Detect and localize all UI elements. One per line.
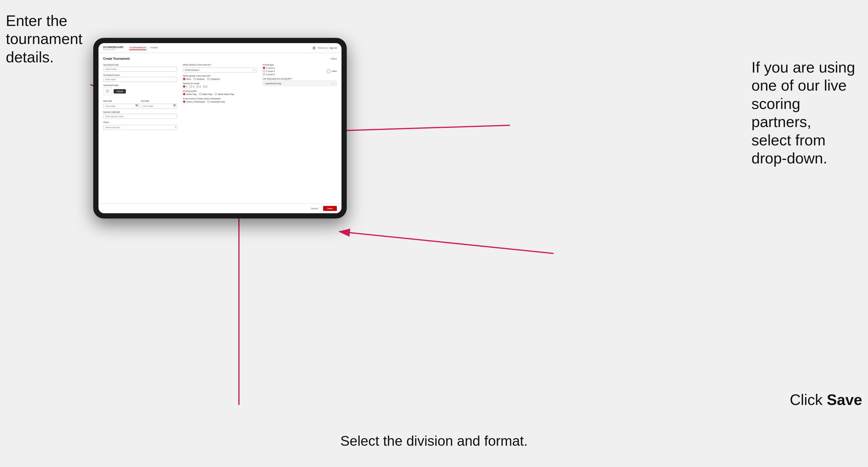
sponsor-group: Sponsor (optional)	[103, 111, 177, 119]
sponsor-input[interactable]	[103, 114, 177, 119]
team-radio-group: Teams (+Individuals) Individuals Only	[183, 100, 257, 103]
rounds-1-radio[interactable]	[183, 85, 185, 88]
venue-input[interactable]	[103, 125, 177, 130]
date-group: Start date 📅 End date 📅	[103, 98, 177, 109]
team-individuals[interactable]: Individuals Only	[207, 100, 225, 103]
format-type-label: Format type	[263, 64, 337, 66]
gender-group: Which gender is the event for? Mens Wome…	[183, 75, 257, 80]
logo-text: SCOREBOARD	[103, 46, 124, 49]
api-value: Leaderboard King	[265, 83, 281, 85]
team-teams[interactable]: Teams (+Individuals)	[183, 100, 205, 103]
annotation-top-right: If you are using one of our live scoring…	[751, 58, 862, 167]
sponsor-label: Sponsor (optional)	[103, 111, 177, 113]
gender-mens[interactable]: Mens	[183, 78, 191, 80]
tournament-name-label: Tournament name	[103, 74, 177, 76]
division-group: Which division is the event for? NCAA Di…	[183, 64, 257, 72]
tournament-logo-label: Tournament logo	[103, 84, 177, 86]
scoring-group: Scoring system Stroke Play Match Play	[183, 90, 257, 95]
tournament-name-input[interactable]	[103, 77, 177, 82]
team-individuals-radio[interactable]	[207, 100, 210, 103]
start-date-label: Start date	[103, 100, 112, 102]
back-link[interactable]: Back	[330, 57, 337, 60]
scoring-stroke[interactable]: Stroke Play	[183, 93, 197, 95]
nav-links: TOURNAMENTS TEAMS	[129, 46, 312, 50]
nav-right: 👤 Test User | Sign out	[312, 46, 337, 50]
end-date-wrap: 📅	[141, 103, 177, 109]
tournament-name-group: Tournament name	[103, 74, 177, 82]
tournament-host-input[interactable]	[103, 67, 177, 72]
gender-combined[interactable]: Combined	[207, 78, 220, 80]
navbar: SCOREBOARD Powered by Clippd TOURNAMENTS…	[98, 43, 341, 53]
rounds-3-radio[interactable]	[196, 85, 199, 88]
rounds-4-radio[interactable]	[203, 85, 206, 88]
nav-tournaments[interactable]: TOURNAMENTS	[129, 46, 146, 50]
rounds-group: Number of rounds 1 2	[183, 83, 257, 88]
logo-area: SCOREBOARD Powered by Clippd	[103, 46, 124, 51]
rounds-2[interactable]: 2	[190, 85, 194, 88]
tablet-frame: SCOREBOARD Powered by Clippd TOURNAMENTS…	[93, 38, 347, 218]
upload-button[interactable]: Upload	[114, 89, 126, 94]
venue-group: Venue ▾	[103, 121, 177, 130]
scoring-label: Scoring system	[183, 90, 257, 92]
nav-teams[interactable]: TEAMS	[150, 46, 158, 50]
tournament-host-label: Tournament Host	[103, 64, 177, 66]
logo-upload-area: 🖼 Upload	[103, 87, 177, 95]
api-remove-button[interactable]: × ‹	[332, 82, 335, 85]
end-date-input[interactable]	[141, 104, 177, 109]
scoring-stroke-radio[interactable]	[183, 93, 185, 95]
svg-line-4	[339, 231, 554, 253]
gender-womens[interactable]: Womens	[193, 78, 205, 80]
format-options: 5 count 4 6 count 4 6 count 5	[263, 67, 337, 75]
format-6count4[interactable]: 6 count 4	[263, 70, 275, 72]
rounds-1[interactable]: 1	[183, 85, 187, 88]
form-col-2: Which division is the event for? NCAA Di…	[183, 64, 257, 130]
api-tag: Leaderboard King × ‹	[263, 81, 337, 86]
format-other-radio[interactable]	[327, 69, 331, 73]
end-date-group: End date 📅	[141, 98, 177, 109]
rounds-2-radio[interactable]	[190, 85, 192, 88]
format-6count4-radio[interactable]	[263, 70, 265, 72]
signout-link[interactable]: Sign out	[329, 47, 337, 49]
annotation-bottom-right: Click Save	[789, 391, 862, 409]
format-5count4[interactable]: 5 count 4	[263, 67, 275, 69]
format-5count4-radio[interactable]	[263, 67, 265, 69]
gender-mens-radio[interactable]	[183, 78, 185, 80]
cancel-button[interactable]: Cancel	[308, 206, 321, 211]
scoring-medal[interactable]: Medal Match Play	[214, 93, 234, 95]
start-date-input[interactable]	[103, 104, 139, 109]
date-row: Start date 📅 End date 📅	[103, 98, 177, 109]
form-col-3: Format type 5 count 4	[263, 64, 337, 130]
format-6count5[interactable]: 6 count 5	[263, 73, 275, 75]
annotation-top-left: Enter the tournament details.	[6, 12, 93, 66]
format-6count5-radio[interactable]	[263, 73, 265, 75]
page-header: Create Tournament Back	[103, 57, 337, 60]
format-type-group: Format type 5 count 4	[263, 64, 337, 75]
rounds-4[interactable]: 4	[203, 85, 208, 88]
rounds-3[interactable]: 3	[196, 85, 201, 88]
gender-womens-radio[interactable]	[193, 78, 196, 80]
logo-placeholder: 🖼	[103, 87, 111, 95]
gender-combined-radio[interactable]	[207, 78, 210, 80]
team-label: Is this event for Teams and/or Individua…	[183, 98, 257, 100]
api-label: Use third-party live scoring API?	[263, 78, 337, 80]
division-label: Which division is the event for?	[183, 64, 257, 66]
division-select[interactable]: NCAA Division I NCAA Division II NCAA Di…	[183, 68, 257, 72]
team-teams-radio[interactable]	[183, 100, 185, 103]
logo-sub: Powered by Clippd	[103, 49, 124, 51]
scoring-medal-radio[interactable]	[214, 93, 217, 95]
form-grid: Tournament Host Tournament name Tourname…	[103, 64, 337, 130]
rounds-radio-group: 1 2 3 4	[183, 85, 257, 88]
format-left: 5 count 4 6 count 4 6 count 5	[263, 67, 275, 75]
tournament-logo-group: Tournament logo 🖼 Upload	[103, 84, 177, 95]
save-button[interactable]: Save	[323, 206, 337, 211]
start-date-group: Start date 📅	[103, 98, 139, 109]
tablet-screen: SCOREBOARD Powered by Clippd TOURNAMENTS…	[98, 43, 341, 213]
venue-dropdown-icon: ▾	[175, 126, 176, 128]
end-date-label: End date	[141, 100, 149, 102]
svg-line-2	[326, 125, 510, 131]
tournament-host-group: Tournament Host	[103, 64, 177, 72]
scoring-match-radio[interactable]	[199, 93, 202, 95]
scoring-match[interactable]: Match Play	[199, 93, 212, 95]
form-footer: Cancel Save	[98, 204, 341, 213]
scoring-radio-group: Stroke Play Match Play Medal Match Play	[183, 93, 257, 95]
